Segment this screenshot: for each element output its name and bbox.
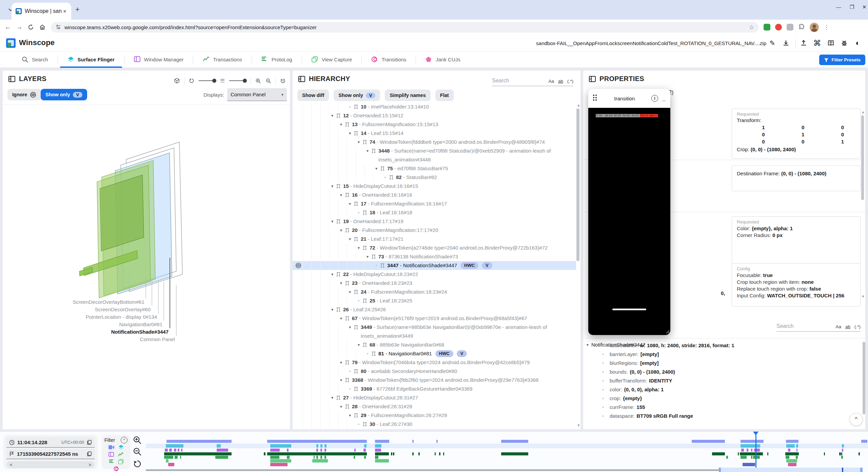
expand-arrow-icon[interactable]: ▾: [347, 199, 353, 208]
trace-entry-segment[interactable]: [418, 452, 420, 455]
protolog-filter-icon[interactable]: [109, 459, 114, 463]
trace-entry-segment[interactable]: [166, 444, 183, 448]
new-tab-button[interactable]: +: [75, 6, 80, 13]
tab-jank-cujs[interactable]: Jank CUJs: [416, 52, 470, 68]
expand-arrow-icon[interactable]: ▾: [338, 402, 344, 411]
next-frame-icon[interactable]: >: [88, 462, 91, 467]
trace-entry-segment[interactable]: [168, 463, 174, 466]
hierarchy-node-3449[interactable]: ▾3449 - Surface(name=885b63e NavigationB…: [293, 323, 576, 340]
trace-entry-segment[interactable]: [786, 456, 789, 459]
prev-frame-icon[interactable]: <: [10, 462, 13, 467]
trace-entry-segment[interactable]: [174, 449, 176, 452]
url-text[interactable]: winscope.teams.x20web.corp.google.com/pr…: [64, 24, 749, 30]
hierarchy-node-14[interactable]: ▾14 - Leaf:15:15#14: [293, 129, 576, 138]
trace-entry-segment[interactable]: [287, 449, 289, 452]
site-info-icon[interactable]: [56, 24, 61, 30]
hierarchy-node-30[interactable]: •30 - Leaf:26:27#30: [293, 420, 576, 429]
range-handle[interactable]: [860, 468, 863, 472]
scroll-up-icon[interactable]: ▲: [577, 103, 580, 107]
trace-entry-segment[interactable]: [166, 459, 169, 463]
hierarchy-node-18[interactable]: •18 - Leaf:16:16#18: [293, 208, 576, 217]
trace-entry-segment[interactable]: [767, 452, 768, 455]
hierarchy-node-81[interactable]: •81 - NavigationBar0#81HWCV: [293, 349, 576, 358]
shortcuts-icon[interactable]: ⌘: [812, 38, 822, 48]
expand-arrow-icon[interactable]: ▾: [364, 252, 371, 261]
hierarchy-node-10[interactable]: •10 - ImePlaceholder:13:14#10: [293, 102, 576, 111]
upload-icon[interactable]: [799, 38, 808, 48]
trace-entry-segment[interactable]: [270, 459, 291, 463]
tab-view-capture[interactable]: View Capture: [302, 52, 362, 68]
expand-arrow-icon[interactable]: ▾: [356, 138, 362, 146]
trace-entry-segment[interactable]: [215, 456, 228, 459]
trace-entry-segment[interactable]: [375, 440, 389, 443]
forward-icon[interactable]: →: [14, 21, 25, 33]
trace-entry-segment[interactable]: [785, 452, 799, 455]
hierarchy-node-80[interactable]: •80 - ace6abb SecondaryHomeHandle0#80: [293, 367, 576, 376]
trace-entry-segment[interactable]: [264, 452, 265, 455]
window-minimize-icon[interactable]: —: [836, 4, 841, 10]
hierarchy-node-3368[interactable]: ▾3368 - WindowToken{f6b2f60 type=2024 an…: [293, 376, 576, 385]
layers-3d-view[interactable]: [3, 71, 290, 429]
trace-entry-segment[interactable]: [435, 452, 436, 455]
properties-search-input[interactable]: Search Aa ab (.*): [776, 320, 861, 332]
trace-entry-segment[interactable]: [375, 456, 378, 459]
trace-entry-segment[interactable]: [324, 449, 326, 452]
dark-mode-toggle-icon[interactable]: ◐: [853, 38, 863, 48]
hierarchy-node-23[interactable]: ▾23 - OneHanded:18:23#23: [293, 279, 576, 288]
property-row[interactable]: •currFrame:155: [583, 403, 861, 412]
expand-arrow-icon[interactable]: ▾: [338, 358, 344, 367]
trace-entry-segment[interactable]: [751, 449, 752, 452]
human-time-field[interactable]: 11:04:14.228 UTC+00:00: [6, 437, 95, 448]
show-only-chip[interactable]: Show onlyV: [334, 90, 380, 101]
trace-entry-segment[interactable]: [270, 456, 279, 459]
hierarchy-node-29[interactable]: ▾29 - FullscreenMagnification:26:27#29: [293, 411, 576, 420]
expand-arrow-icon[interactable]: ▾: [338, 279, 344, 288]
trace-entry-segment[interactable]: [743, 463, 755, 466]
trace-entry-segment[interactable]: [267, 452, 367, 455]
tab-transitions[interactable]: Transitions: [362, 52, 416, 68]
regex-icon[interactable]: (.*): [854, 324, 861, 329]
tab-window-manager[interactable]: Window Manager: [124, 52, 193, 68]
profile-avatar[interactable]: [810, 23, 819, 32]
trace-entry-segment[interactable]: [316, 456, 318, 459]
trace-entry-segment[interactable]: [747, 449, 748, 452]
resize-handle-icon[interactable]: [665, 329, 670, 334]
property-row[interactable]: •activeBuffer:w: 1080, h: 2400, stride: …: [583, 341, 861, 350]
trace-entry-segment[interactable]: [692, 440, 725, 443]
trace-entry-segment[interactable]: [741, 449, 744, 452]
ns-timestamp-value[interactable]: 1715339054227572545 ns: [17, 451, 84, 457]
hierarchy-node-27[interactable]: ▾27 - HideDisplayCutout:26:31#27: [293, 393, 576, 402]
scroll-to-top-button[interactable]: ^: [850, 413, 863, 426]
timeline-zoom-in-icon[interactable]: [133, 436, 142, 445]
property-row[interactable]: •blurRegions:[empty]: [583, 359, 861, 368]
copy-icon[interactable]: [87, 440, 92, 445]
hierarchy-node-25[interactable]: •25 - Leaf:18:23#25: [293, 296, 576, 305]
simplify-names-chip[interactable]: Simplify names: [385, 90, 430, 101]
screenrecording-icon[interactable]: [108, 445, 114, 450]
trace-entry-segment[interactable]: [364, 444, 367, 448]
trace-entry-segment[interactable]: [312, 459, 328, 463]
trace-entry-segment[interactable]: [788, 463, 796, 466]
expand-arrow-icon[interactable]: ▾: [338, 376, 344, 385]
trace-entry-segment[interactable]: [751, 456, 752, 459]
match-case-icon[interactable]: Aa: [548, 79, 554, 84]
layer-label[interactable]: NotificationShade#3447: [111, 329, 169, 335]
trace-entry-segment[interactable]: [741, 444, 760, 448]
trace-entry-segment[interactable]: [324, 444, 327, 448]
range-handle[interactable]: [719, 468, 721, 472]
trace-entry-segment[interactable]: [859, 452, 860, 455]
layer-label[interactable]: PointerLocation - display 0#134: [86, 314, 157, 320]
window-close-icon[interactable]: ✕: [862, 4, 867, 10]
timeline-zoom-out-icon[interactable]: [133, 447, 142, 456]
trace-entry-segment[interactable]: [824, 452, 825, 455]
expand-arrow-icon[interactable]: ▾: [329, 270, 335, 279]
tab-surface-flinger[interactable]: Surface Flinger: [58, 52, 124, 68]
tab-transactions[interactable]: Transactions: [193, 52, 251, 68]
hierarchy-node-72[interactable]: ▾72 - WindowToken{a2746de type=2040 andr…: [293, 243, 576, 252]
timeline-tracks[interactable]: [146, 432, 868, 472]
match-case-icon[interactable]: Aa: [835, 324, 841, 329]
trace-entry-segment[interactable]: [169, 449, 172, 452]
documentation-book-icon[interactable]: [826, 38, 835, 48]
extension-icon-red[interactable]: [775, 24, 782, 31]
surface-flinger-filter-icon[interactable]: [118, 445, 124, 450]
